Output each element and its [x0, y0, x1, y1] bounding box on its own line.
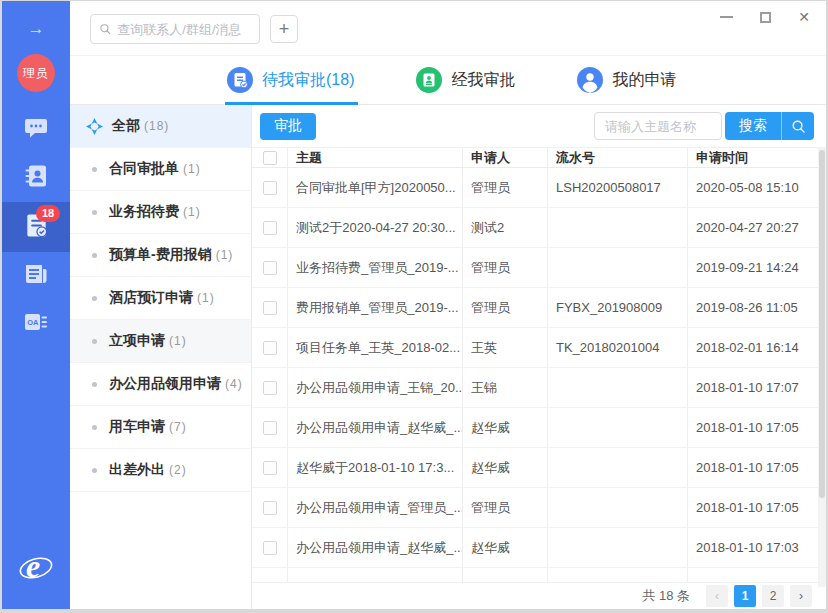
pagination-page-1[interactable]: 1: [734, 585, 756, 607]
row-checkbox[interactable]: [263, 381, 277, 395]
mail-icon: OA: [23, 309, 49, 339]
collapse-arrow-icon[interactable]: →: [28, 19, 45, 39]
row-subject[interactable]: 测试2于2020-04-27 20:30...: [287, 208, 462, 247]
table-scrollbar[interactable]: [818, 147, 826, 587]
row-subject[interactable]: 办公用品领用申请_赵华威_...: [287, 528, 462, 567]
row-subject[interactable]: 赵华威于2018-01-10 17:3...: [287, 448, 462, 487]
row-time: 2019-08-26 11:05: [687, 288, 826, 327]
row-time: 2018-01-10 17:03: [687, 528, 826, 567]
row-applicant: 管理员: [462, 488, 547, 527]
table-row[interactable]: 测试2于2020-04-27 20:30... 测试2 2020-04-27 2…: [252, 208, 826, 248]
app-window: → 理员 18: [0, 0, 828, 613]
category-item[interactable]: 业务招待费 (1): [70, 191, 251, 234]
pagination-page-2[interactable]: 2: [762, 585, 784, 607]
row-serial: LSH20200508017: [547, 168, 687, 207]
user-avatar[interactable]: 理员: [17, 54, 55, 92]
category-count: (1): [169, 334, 187, 348]
category-count: (4): [225, 377, 243, 391]
row-subject[interactable]: 费用报销单_管理员_2019-...: [287, 288, 462, 327]
row-subject[interactable]: 合同审批单[甲方]2020050...: [287, 168, 462, 207]
table-row[interactable]: 项目任务单_王英_2018-02... 王英 TK_20180201004 20…: [252, 328, 826, 368]
row-checkbox[interactable]: [263, 301, 277, 315]
category-item[interactable]: 合同审批单 (1): [70, 148, 251, 191]
row-subject[interactable]: 业务招待费_管理员_2019-...: [287, 248, 462, 287]
row-checkbox[interactable]: [263, 421, 277, 435]
category-item[interactable]: 预算单-费用报销 (1): [70, 234, 251, 277]
table-row[interactable]: 合同审批单[甲方]2020050... 管理员 LSH20200508017 2…: [252, 168, 826, 208]
table-row[interactable]: 费用报销单_管理员_2019-... 管理员 FYBX_201908009 20…: [252, 288, 826, 328]
sidebar-item-approval[interactable]: 18: [2, 202, 70, 252]
category-item[interactable]: 办公用品领用申请 (4): [70, 363, 251, 406]
subject-search-input[interactable]: [594, 112, 722, 140]
scrollbar-thumb[interactable]: [819, 150, 825, 498]
my-requests-icon: [577, 67, 603, 93]
minimize-button[interactable]: [720, 9, 733, 25]
row-applicant: 赵华威: [462, 448, 547, 487]
sidebar-item-mail[interactable]: OA: [2, 300, 70, 348]
row-serial: [547, 448, 687, 487]
row-checkbox[interactable]: [263, 341, 277, 355]
row-applicant: 管理员: [462, 168, 547, 207]
row-time: 2019-09-21 14:24: [687, 248, 826, 287]
category-item[interactable]: 酒店预订申请 (1): [70, 277, 251, 320]
tab-approved-by-me[interactable]: 经我审批: [416, 56, 515, 104]
search-button[interactable]: 搜索: [725, 112, 781, 140]
table-row[interactable]: 办公用品领用申请_赵华威_... 赵华威 2018-01-10 17:05: [252, 408, 826, 448]
category-item-all[interactable]: 全部 (18): [70, 105, 251, 148]
maximize-button[interactable]: [760, 9, 771, 25]
row-checkbox[interactable]: [263, 461, 277, 475]
row-checkbox[interactable]: [263, 541, 277, 555]
pagination-next-button[interactable]: ›: [790, 585, 812, 607]
category-count: (1): [216, 248, 234, 262]
category-item[interactable]: 用车申请 (7): [70, 406, 251, 449]
row-serial: [547, 488, 687, 527]
row-subject[interactable]: 项目任务单_王英_2018-02...: [287, 328, 462, 367]
category-count: (1): [197, 291, 215, 305]
sidebar-item-news[interactable]: [2, 252, 70, 300]
col-header-serial: 流水号: [547, 148, 687, 167]
close-icon: ✕: [798, 10, 810, 24]
row-subject[interactable]: 办公用品领用申请_赵华威_...: [287, 408, 462, 447]
svg-text:OA: OA: [27, 318, 39, 327]
close-button[interactable]: ✕: [798, 9, 810, 25]
tab-label: 经我审批: [451, 70, 515, 91]
bullet-icon: [92, 339, 97, 344]
category-item[interactable]: 出差外出 (2): [70, 449, 251, 492]
row-checkbox[interactable]: [263, 221, 277, 235]
sidebar: → 理员 18: [2, 1, 70, 609]
add-button[interactable]: +: [270, 15, 298, 43]
category-label: 全部: [112, 117, 140, 135]
category-label: 立项申请: [109, 332, 165, 350]
row-checkbox[interactable]: [263, 501, 277, 515]
row-subject[interactable]: 办公用品领用申请_管理员_...: [287, 488, 462, 527]
table-header: 主题 申请人 流水号 申请时间: [252, 147, 826, 168]
bullet-icon: [92, 253, 97, 258]
tab-my-requests[interactable]: 我的申请: [577, 56, 676, 104]
table-row[interactable]: 办公用品领用申请_赵华威_... 赵华威 2018-01-10 17:03: [252, 528, 826, 568]
pagination-prev-button[interactable]: ‹: [706, 585, 728, 607]
chat-icon: [23, 115, 49, 145]
search-icon-button[interactable]: [781, 112, 814, 140]
category-label: 用车申请: [109, 418, 165, 436]
approve-button[interactable]: 审批: [260, 113, 316, 140]
table-row[interactable]: 办公用品领用申请_王锦_20... 王锦 2018-01-10 17:07: [252, 368, 826, 408]
row-checkbox[interactable]: [263, 181, 277, 195]
contact-search-box[interactable]: [90, 14, 260, 44]
row-time: 2018-01-10 17:07: [687, 368, 826, 407]
table-row[interactable]: 赵华威于2018-01-10 17:3... 赵华威 2018-01-10 17…: [252, 448, 826, 488]
sidebar-item-contacts[interactable]: [2, 154, 70, 202]
tab-pending-approval[interactable]: 待我审批(18): [227, 56, 354, 104]
category-count: (2): [169, 463, 187, 477]
row-time: 2020-04-27 20:27: [687, 208, 826, 247]
select-all-checkbox[interactable]: [263, 151, 277, 165]
row-serial: [547, 408, 687, 447]
contact-search-input[interactable]: [117, 22, 251, 37]
sidebar-item-messages[interactable]: [2, 106, 70, 154]
row-subject[interactable]: 办公用品领用申请_王锦_20...: [287, 368, 462, 407]
table-row[interactable]: 办公用品领用申请_管理员_... 管理员 2018-01-10 17:05: [252, 488, 826, 528]
bullet-icon: [92, 468, 97, 473]
table-row[interactable]: 业务招待费_管理员_2019-... 管理员 2019-09-21 14:24: [252, 248, 826, 288]
row-checkbox[interactable]: [263, 261, 277, 275]
category-item[interactable]: 立项申请 (1): [70, 320, 251, 363]
row-applicant: 管理员: [462, 288, 547, 327]
